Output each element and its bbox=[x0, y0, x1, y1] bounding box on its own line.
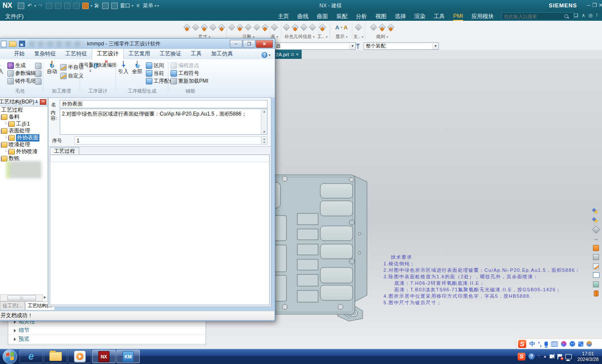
trim-icon[interactable] bbox=[592, 226, 600, 233]
dlg-tab-complex-feature[interactable]: 复杂特征 bbox=[29, 49, 61, 59]
window-menu[interactable]: 窗口 bbox=[120, 2, 130, 10]
network-icon[interactable] bbox=[565, 354, 572, 359]
taskbar-nx-button[interactable]: NX bbox=[92, 350, 116, 363]
command-search[interactable] bbox=[501, 12, 574, 20]
blank-extra-icon[interactable] bbox=[35, 71, 42, 77]
dlg-tab-start[interactable]: 开始 bbox=[9, 49, 29, 59]
taskbar-ie-button[interactable]: e bbox=[19, 350, 43, 363]
dlg-tab-process-verify[interactable]: 工艺验证 bbox=[155, 49, 186, 59]
sogou-skin-icon[interactable] bbox=[586, 341, 592, 347]
dlg-tab-tools[interactable]: 工具 bbox=[186, 49, 206, 59]
solid-cube-icon[interactable] bbox=[592, 253, 600, 261]
dlg-tab-process-feature[interactable]: 工艺特征 bbox=[61, 49, 92, 59]
chevron-down-icon[interactable]: ▼ bbox=[432, 43, 438, 49]
sketch-edit-icon[interactable] bbox=[592, 262, 600, 270]
text-edit-icon[interactable]: A bbox=[344, 24, 348, 31]
search-input[interactable] bbox=[503, 13, 564, 19]
tab-home[interactable]: 主页 bbox=[278, 13, 289, 21]
tray-help-icon[interactable]: ? bbox=[528, 353, 535, 360]
navigator-row-details[interactable]: 细节 bbox=[8, 326, 206, 335]
tree-item-waixie-surface[interactable]: 外协表面 bbox=[0, 134, 48, 141]
new-document-icon[interactable] bbox=[1, 41, 6, 47]
tree-item-surface-treatment[interactable]: 表面处理 bbox=[0, 127, 48, 134]
open-document-icon[interactable] bbox=[9, 41, 16, 47]
op-import-button[interactable]: 引入 bbox=[116, 61, 130, 75]
quick-arrange-button[interactable]: 快速编排 bbox=[97, 61, 116, 68]
expand-arrow-icon[interactable] bbox=[14, 329, 16, 332]
part-model[interactable] bbox=[260, 167, 390, 323]
tab-tools[interactable]: 工具 bbox=[434, 13, 445, 21]
auto-button[interactable]: 自动 bbox=[44, 61, 60, 75]
engineering-symbol-button[interactable]: 工程符号 bbox=[171, 70, 199, 77]
dimension-icon[interactable] bbox=[201, 24, 208, 31]
name-field[interactable]: 外协表面 bbox=[60, 100, 267, 108]
tab-pmi[interactable]: PMI bbox=[453, 13, 463, 21]
tray-sogou-icon[interactable]: S bbox=[518, 353, 525, 361]
dlg-tab-machining-sim[interactable]: 加工仿真 bbox=[206, 49, 238, 59]
tab-assembly[interactable]: 装配 bbox=[336, 13, 348, 21]
tab-surface[interactable]: 曲面 bbox=[317, 13, 328, 21]
tab-render[interactable]: 渲染 bbox=[414, 13, 425, 21]
filter-funnel-icon[interactable] bbox=[356, 44, 360, 46]
dlg-tab-process-reuse[interactable]: 工艺复用 bbox=[124, 49, 155, 59]
content-field[interactable]: 2.对图中绿色所示区域进行表面处理镀覆：Cu/Ap.Ni-P20.Ep.Au1.… bbox=[60, 109, 267, 135]
note-icon[interactable] bbox=[245, 24, 252, 31]
tree-item-beiliao[interactable]: 备料 bbox=[0, 113, 48, 120]
dimension-icon[interactable] bbox=[183, 24, 191, 31]
supplemental-geometry-icon[interactable] bbox=[283, 24, 290, 31]
taskbar-km-button[interactable]: KM bbox=[116, 350, 140, 363]
note-icon[interactable] bbox=[237, 24, 244, 31]
rule-icon[interactable] bbox=[370, 24, 377, 31]
dlg-tab-process-design[interactable]: 工艺设计 bbox=[92, 48, 124, 60]
selection-scope-combo[interactable]: 整个装配 ▼ bbox=[364, 42, 439, 50]
dialog-help-icon[interactable]: ? bbox=[261, 52, 267, 58]
expand-arrow-icon[interactable] bbox=[14, 338, 16, 341]
cast-blank-button[interactable]: 铸件毛坯 bbox=[7, 77, 36, 85]
tree-hscrollbar[interactable]: ||| bbox=[0, 294, 43, 301]
close-button[interactable]: ✕ bbox=[597, 2, 602, 8]
seq-spinner[interactable]: ▲▼ bbox=[261, 137, 267, 144]
dimension-icon[interactable] bbox=[192, 24, 200, 31]
camera-icon[interactable] bbox=[355, 24, 362, 31]
kmmpd-dialog[interactable]: kmmpd - 三维零件工艺设计软件 ─ ❐ ✕ ▼ 开始 复杂特征 工艺特征 … bbox=[0, 38, 275, 321]
navigator-row-preview[interactable]: 预览 bbox=[8, 335, 206, 344]
note-icon[interactable] bbox=[228, 24, 235, 31]
undo-dropdown-icon[interactable]: ▾ bbox=[34, 4, 36, 8]
fullscreen-icon[interactable]: ❏ bbox=[574, 13, 578, 18]
supplemental-geometry-icon[interactable] bbox=[300, 24, 308, 31]
measure-icon[interactable]: ↔ bbox=[592, 235, 600, 242]
blank-extra-icon[interactable] bbox=[35, 78, 42, 85]
chevron-down-icon[interactable]: ▼ bbox=[349, 43, 355, 49]
sogou-ai-icon[interactable] bbox=[561, 341, 567, 347]
taskbar-mediaplayer-button[interactable] bbox=[68, 350, 91, 363]
save-document-icon[interactable] bbox=[19, 41, 25, 47]
command-finder-icon[interactable] bbox=[102, 3, 109, 9]
help-dropdown-icon[interactable]: ▾ bbox=[269, 53, 270, 57]
save-icon[interactable] bbox=[18, 3, 24, 9]
parameter-edit-button[interactable]: 参数编辑 bbox=[7, 70, 36, 77]
current-button[interactable]: 当前 bbox=[146, 70, 164, 77]
dialog-titlebar[interactable]: kmmpd - 三维零件工艺设计软件 ─ ❐ ✕ bbox=[0, 39, 275, 49]
supplemental-geometry-icon[interactable] bbox=[309, 24, 316, 31]
close-tab-icon[interactable]: ✕ bbox=[296, 52, 299, 57]
tray-mini-icon[interactable]: °˯ bbox=[538, 355, 540, 358]
pin-icon[interactable] bbox=[35, 100, 39, 104]
note-icon[interactable] bbox=[253, 24, 260, 31]
chinese-mode-icon[interactable]: 中 bbox=[529, 341, 535, 347]
tree-item-waixie-paint[interactable]: 外协喷漆 bbox=[0, 148, 48, 155]
sogou-logo-icon[interactable]: S bbox=[518, 340, 526, 348]
section-view-icon[interactable] bbox=[592, 280, 600, 288]
range-button[interactable]: 区间 bbox=[146, 62, 164, 69]
content-scrollbar[interactable]: ▲▼ bbox=[261, 109, 267, 134]
tab-select[interactable]: 选择 bbox=[395, 13, 406, 21]
action-center-icon[interactable]: ✕ bbox=[557, 354, 562, 359]
table-icon[interactable] bbox=[271, 24, 278, 31]
show-hidden-icons[interactable]: ▲ bbox=[543, 354, 547, 358]
start-button[interactable] bbox=[3, 349, 17, 364]
dialog-restore-button[interactable]: ❐ bbox=[243, 40, 255, 48]
file-menu[interactable]: 文件(F) bbox=[5, 13, 24, 20]
soft-keyboard-icon[interactable] bbox=[551, 341, 558, 347]
blank-import-button[interactable]: 引入 bbox=[0, 61, 6, 75]
table-edit-icon[interactable] bbox=[592, 271, 600, 279]
selection-filter-combo[interactable]: 器 ▼ bbox=[274, 42, 356, 50]
